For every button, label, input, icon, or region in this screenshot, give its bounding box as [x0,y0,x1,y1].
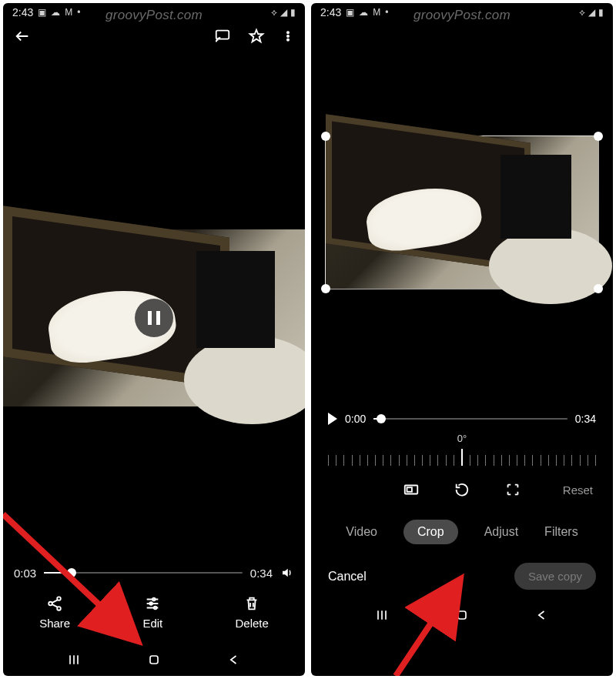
crop-handle[interactable] [321,132,330,141]
status-time: 2:43 [320,6,341,18]
svg-point-5 [57,597,61,600]
svg-point-6 [57,607,61,610]
home-icon[interactable] [146,651,162,668]
play-position: 0:00 [345,413,366,425]
rotation-slider[interactable] [328,449,596,466]
android-navbar [3,641,305,676]
video-preview[interactable] [3,229,305,406]
svg-rect-12 [407,487,412,492]
back-nav-icon[interactable] [534,607,550,624]
crop-handle[interactable] [594,132,603,141]
edit-label: Edit [142,617,162,630]
crop-tools: Reset [311,481,613,498]
phone-left: 2:43 ▣ ☁ M • ⟡ ◢ ▮ groovyPost.com [3,3,305,676]
save-copy-button[interactable]: Save copy [514,563,596,590]
svg-point-2 [287,35,290,38]
wifi-icon: ⟡ [271,7,277,18]
play-position: 0:03 [14,567,36,580]
home-icon[interactable] [454,607,470,624]
tab-crop[interactable]: Crop [403,520,458,544]
cloud-icon: ☁ [359,7,368,18]
rotate-icon[interactable] [454,481,470,498]
transform-icon[interactable] [504,481,521,498]
tab-filters[interactable]: Filters [544,525,578,539]
cast-icon[interactable] [214,28,231,45]
dot-icon: • [77,7,80,18]
back-icon[interactable] [14,28,31,45]
crop-frame[interactable] [325,135,599,289]
svg-point-3 [287,38,290,41]
reset-button[interactable]: Reset [563,483,593,497]
image-icon: ▣ [38,7,46,18]
battery-icon: ▮ [598,7,604,18]
aspect-ratio-icon[interactable] [403,481,420,498]
tab-adjust[interactable]: Adjust [484,525,518,539]
phone-right: 2:43 ▣ ☁ M • ⟡ ◢ ▮ groovyPost.com 0:00 [311,3,613,676]
pause-button[interactable] [135,299,173,337]
crop-handle[interactable] [594,284,603,293]
dot-icon: • [385,7,388,18]
share-button[interactable]: Share [39,595,70,630]
editor-footer: Cancel Save copy [311,544,613,596]
playback-bar: 0:00 0:34 [311,413,613,425]
back-nav-icon[interactable] [226,651,242,668]
battery-icon: ▮ [290,7,296,18]
mail-icon: M [65,7,72,18]
editor-tabs: Video Crop Adjust Filters [311,520,613,544]
rotation-readout: 0° [311,433,613,444]
duration: 0:34 [250,567,273,580]
recents-icon[interactable] [374,607,390,624]
seek-track[interactable] [373,418,567,420]
svg-point-1 [287,32,290,34]
signal-icon: ◢ [280,7,287,18]
watermark: groovyPost.com [105,8,203,23]
image-icon: ▣ [346,7,354,18]
volume-icon[interactable] [280,566,294,580]
seek-track[interactable] [44,572,243,574]
star-icon[interactable] [248,28,265,45]
wifi-icon: ⟡ [579,7,585,18]
bottom-actions: Share Edit Delete [3,580,305,641]
playback-bar: 0:03 0:34 [3,566,305,580]
delete-button[interactable]: Delete [236,595,269,630]
delete-label: Delete [236,617,269,630]
crop-handle[interactable] [321,284,330,293]
play-icon[interactable] [328,413,337,425]
svg-rect-10 [150,656,158,664]
edit-button[interactable]: Edit [142,595,162,630]
android-navbar [311,596,613,631]
cancel-button[interactable]: Cancel [328,570,367,584]
status-time: 2:43 [12,6,33,18]
more-icon[interactable] [282,28,294,45]
tab-video[interactable]: Video [346,525,377,539]
top-toolbar [3,20,305,52]
svg-rect-13 [458,611,466,619]
signal-icon: ◢ [588,7,595,18]
duration: 0:34 [575,413,596,425]
mail-icon: M [373,7,380,18]
cloud-icon: ☁ [51,7,60,18]
share-label: Share [39,617,70,630]
recents-icon[interactable] [66,651,82,668]
